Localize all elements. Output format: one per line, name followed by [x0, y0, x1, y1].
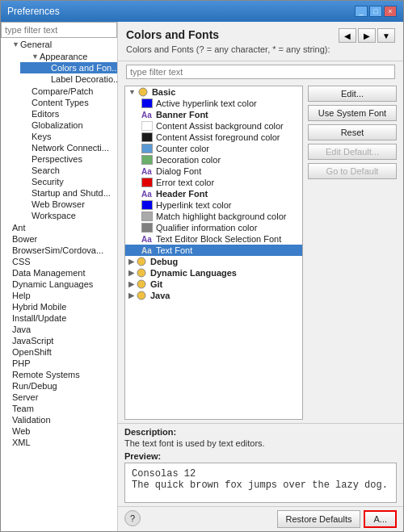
sidebar-item-java[interactable]: Java [1, 324, 117, 335]
sidebar-item-web[interactable]: Web [1, 425, 117, 437]
edit-default-button[interactable]: Edit Default... [308, 144, 397, 160]
color-item-content-assist-fg[interactable]: Content Assist foreground color [125, 132, 302, 143]
color-tree[interactable]: ▼ Basic Active hyperlink text color Aa B… [124, 86, 303, 420]
preview-text: The quick brown fox jumps over the lazy … [132, 480, 389, 491]
sidebar-item-globalization[interactable]: Globalization [11, 119, 117, 131]
sidebar-item-run-debug[interactable]: Run/Debug [1, 380, 117, 392]
category-java[interactable]: ▶ Java [125, 290, 302, 301]
panel-subtitle: Colors and Fonts (? = any character, * =… [126, 44, 395, 54]
close-button[interactable]: × [384, 6, 397, 17]
color-item-error-text[interactable]: Error text color [125, 177, 302, 188]
preferences-window: Preferences _ □ × ▼ General ▼ [0, 0, 404, 532]
dynamic-languages-label: Dynamic Languages [150, 268, 237, 278]
sidebar-item-openshift[interactable]: OpenShift [1, 346, 117, 358]
back-button[interactable]: ◀ [339, 28, 356, 43]
go-to-default-button[interactable]: Go to Default [308, 163, 397, 179]
sidebar-item-compare-patch[interactable]: Compare/Patch [11, 86, 117, 97]
forward-button[interactable]: ▶ [358, 28, 376, 43]
description-area: Description: The text font is used by te… [118, 423, 403, 506]
sidebar-item-hybrid-mobile[interactable]: Hybrid Mobile [1, 301, 117, 312]
footer: ? Restore Defaults A... [118, 506, 403, 531]
category-basic[interactable]: ▼ Basic [125, 86, 302, 98]
sidebar-item-security[interactable]: Security [11, 176, 117, 187]
sidebar-item-bower[interactable]: Bower [1, 233, 117, 245]
main-content: ▼ General ▼ Appearance Colors and Fon...… [1, 22, 403, 531]
sidebar-item-keys[interactable]: Keys [11, 131, 117, 142]
sidebar: ▼ General ▼ Appearance Colors and Fon...… [1, 22, 118, 531]
sidebar-item-team[interactable]: Team [1, 403, 117, 414]
maximize-button[interactable]: □ [369, 6, 382, 17]
sidebar-item-browsersim[interactable]: BrowserSim/Cordova... [1, 245, 117, 256]
color-filter-input[interactable] [126, 65, 395, 79]
sidebar-item-label-decoration[interactable]: Label Decoratio... [20, 73, 117, 85]
sidebar-item-php[interactable]: PHP [1, 358, 117, 369]
color-item-qualifier[interactable]: Qualifier information color [125, 222, 302, 233]
color-item-banner-font[interactable]: Aa Banner Font [125, 109, 302, 120]
sidebar-item-help[interactable]: Help [1, 290, 117, 301]
sidebar-item-perspectives[interactable]: Perspectives [11, 153, 117, 165]
sidebar-item-workspace[interactable]: Workspace [11, 210, 117, 221]
help-button[interactable]: ? [124, 510, 141, 526]
panel-title: Colors and Fonts [126, 28, 219, 41]
sidebar-item-validation[interactable]: Validation [1, 414, 117, 425]
color-item-dialog-font[interactable]: Aa Dialog Font [125, 165, 302, 177]
debug-label: Debug [150, 257, 178, 266]
sidebar-item-server[interactable]: Server [1, 392, 117, 403]
color-item-hyperlink-text[interactable]: Hyperlink text color [125, 199, 302, 211]
window-controls: _ □ × [355, 6, 397, 17]
preview-label: Preview: [124, 451, 397, 461]
window-title: Preferences [7, 6, 60, 17]
preview-box: Consolas 12 The quick brown fox jumps ov… [124, 463, 397, 503]
reset-button[interactable]: Reset [308, 124, 397, 140]
sidebar-filter-input[interactable] [1, 22, 117, 38]
sidebar-item-dynamic-languages[interactable]: Dynamic Languages [1, 279, 117, 290]
sidebar-item-install-update[interactable]: Install/Update [1, 312, 117, 324]
sidebar-item-xml[interactable]: XML [1, 437, 117, 448]
edit-button[interactable]: Edit... [308, 86, 397, 102]
color-item-header-font[interactable]: Aa Header Font [125, 188, 302, 199]
color-item-match-highlight[interactable]: Match highlight background color [125, 211, 302, 222]
apply-button[interactable]: A... [364, 510, 397, 528]
nav-toolbar: ◀ ▶ ▼ [339, 28, 395, 43]
description-text: The text font is used by text editors. [124, 438, 397, 448]
right-panel: Colors and Fonts ◀ ▶ ▼ Colors and Fonts … [118, 22, 403, 531]
category-dynamic-languages[interactable]: ▶ Dynamic Languages [125, 267, 302, 279]
sidebar-item-css[interactable]: CSS [1, 256, 117, 267]
color-item-text-font[interactable]: Aa Text Font [125, 245, 302, 256]
color-item-decoration-color[interactable]: Decoration color [125, 154, 302, 165]
panel-header: Colors and Fonts ◀ ▶ ▼ Colors and Fonts … [118, 22, 403, 61]
sidebar-item-web-browser[interactable]: Web Browser [11, 199, 117, 210]
sidebar-item-appearance[interactable]: ▼ Appearance Colors and Fon... Label Dec… [11, 50, 117, 86]
color-item-content-assist-bg[interactable]: Content Assist background color [125, 120, 302, 132]
preview-font: Consolas 12 [132, 468, 389, 480]
git-label: Git [150, 279, 162, 289]
sidebar-item-network-connections[interactable]: Network Connecti... [11, 142, 117, 153]
minimize-button[interactable]: _ [355, 6, 368, 17]
sidebar-item-remote-systems[interactable]: Remote Systems [1, 369, 117, 380]
sidebar-item-editors[interactable]: Editors [11, 108, 117, 119]
titlebar: Preferences _ □ × [1, 1, 403, 22]
sidebar-item-javascript[interactable]: JavaScript [1, 335, 117, 346]
color-item-text-editor-block[interactable]: Aa Text Editor Block Selection Font [125, 233, 302, 245]
java-label: Java [150, 291, 170, 300]
color-item-active-hyperlink[interactable]: Active hyperlink text color [125, 98, 302, 109]
description-label: Description: [124, 427, 397, 437]
filter-row [118, 61, 403, 82]
sidebar-item-search[interactable]: Search [11, 165, 117, 176]
sidebar-item-colors-and-fonts[interactable]: Colors and Fon... [20, 62, 117, 73]
tree-buttons-area: ▼ Basic Active hyperlink text color Aa B… [118, 82, 403, 423]
restore-defaults-button[interactable]: Restore Defaults [277, 510, 361, 528]
color-item-counter-color[interactable]: Counter color [125, 143, 302, 154]
category-git[interactable]: ▶ Git [125, 279, 302, 290]
right-buttons: Edit... Use System Font Reset Edit Defau… [308, 86, 397, 420]
sidebar-item-content-types[interactable]: Content Types [11, 97, 117, 108]
sidebar-item-ant[interactable]: Ant [1, 222, 117, 233]
sidebar-item-startup-shutdown[interactable]: Startup and Shutd... [11, 187, 117, 199]
category-debug[interactable]: ▶ Debug [125, 256, 302, 267]
sidebar-item-data-management[interactable]: Data Management [1, 267, 117, 279]
menu-button[interactable]: ▼ [377, 28, 395, 43]
basic-label: Basic [152, 87, 175, 97]
use-system-font-button[interactable]: Use System Font [308, 105, 397, 121]
sidebar-item-general[interactable]: ▼ General ▼ Appearance Colors and Fon...… [1, 38, 117, 222]
